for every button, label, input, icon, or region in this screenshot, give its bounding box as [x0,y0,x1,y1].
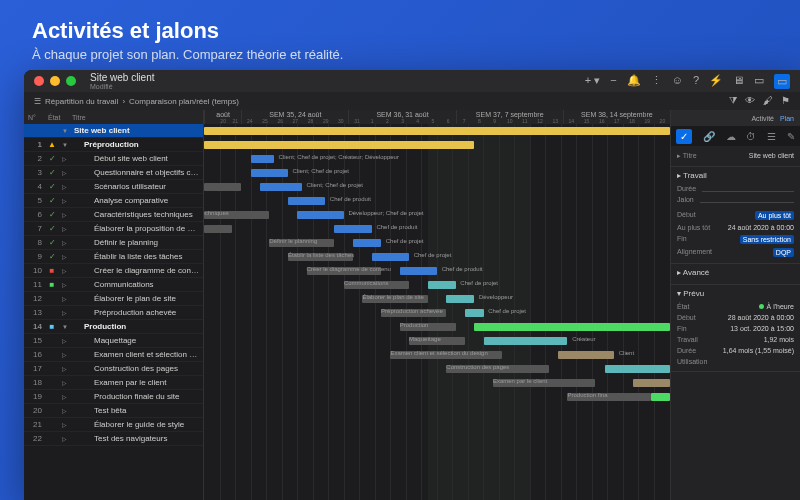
layout-icon[interactable]: ☰ [34,97,41,106]
edit-tab-icon[interactable]: ✎ [787,131,795,142]
col-num[interactable]: N° [28,114,42,121]
gantt-bar[interactable] [446,295,474,303]
crumb-2[interactable]: Comparaison plan/réel (temps) [129,97,239,106]
bar-label: Définir le planning [269,238,317,244]
notification-icon[interactable]: 🔔 [627,74,641,89]
pduree-value: 1,64 mois (1,55 moisé) [723,347,794,354]
tab-plan[interactable]: Plan [780,115,794,122]
task-row[interactable]: 10■▷Créer le diagramme de contenu [24,264,203,278]
task-row[interactable]: 12▷Élaborer le plan de site [24,292,203,306]
pfin-value: 13 oct. 2020 à 15:00 [730,325,794,332]
gantt-bar[interactable] [334,225,371,233]
crumb-1[interactable]: Répartition du travail [45,97,118,106]
add-icon[interactable]: + ▾ [585,74,600,89]
bar-label: Maquettage [409,336,441,342]
cloud-tab-icon[interactable]: ☁ [726,131,736,142]
gantt-bar[interactable] [353,239,381,247]
link-tab-icon[interactable]: 🔗 [703,131,715,142]
window-subtitle: Modifié [90,83,154,90]
close-icon[interactable] [34,76,44,86]
remove-icon[interactable]: − [610,74,616,89]
filter-icon[interactable]: ⧩ [729,95,737,107]
bar-label: Élaborer le plan de site [362,294,423,300]
minimize-icon[interactable] [50,76,60,86]
gantt-bar[interactable] [204,141,474,149]
task-row[interactable]: 18▷Examen par le client [24,376,203,390]
zoom-icon[interactable] [66,76,76,86]
tab-activity[interactable]: Activité [751,115,774,122]
gantt-bar[interactable] [651,393,670,401]
task-row[interactable]: 19▷Production finale du site [24,390,203,404]
smile-icon[interactable]: ☺ [672,74,683,89]
task-row[interactable]: ▼Site web client [24,124,203,138]
gantt-bar[interactable] [288,197,325,205]
gantt-bar[interactable] [251,155,274,163]
task-row[interactable]: 9✓▷Établir la liste des tâches [24,250,203,264]
task-row[interactable]: 5✓▷Analyse comparative [24,194,203,208]
debut-select[interactable]: Au plus tôt [755,211,794,220]
gantt-bar[interactable] [260,183,302,191]
gantt-bar[interactable] [204,225,232,233]
gantt-bar[interactable] [633,379,670,387]
gantt-chart[interactable]: août2021SEM 35, 24 août24252627282930SEM… [204,110,670,500]
flag-icon[interactable]: ⚑ [781,95,790,107]
task-row[interactable]: 21▷Élaborer le guide de style [24,418,203,432]
pduree-label: Durée [677,347,696,354]
bar-label: tions techniques [204,210,229,216]
gantt-bar[interactable] [605,365,670,373]
col-title[interactable]: Titre [72,114,86,121]
timer-tab-icon[interactable]: ⏱ [746,131,756,142]
gantt-row: DéveloppeurÉlaborer le plan de site [204,292,670,306]
auplus-value[interactable]: 24 août 2020 à 00:00 [728,224,794,231]
monitor-icon[interactable]: 🖥 [733,74,744,89]
task-row[interactable]: 20▷Test bêta [24,404,203,418]
task-row[interactable]: 16▷Examen client et sélection du design [24,348,203,362]
gantt-bar[interactable] [400,267,437,275]
align-select[interactable]: DQP [773,248,794,257]
fin-select[interactable]: Sans restriction [740,235,794,244]
eye-icon[interactable]: 👁 [745,95,755,107]
gantt-bar[interactable] [465,309,484,317]
task-row[interactable]: 17▷Construction des pages [24,362,203,376]
task-row[interactable]: 8✓▷Définir le planning [24,236,203,250]
gantt-bar[interactable] [372,253,409,261]
list-tab-icon[interactable]: ☰ [767,131,776,142]
week-header: SEM 37, 7 septembre78910111213 [456,110,563,124]
help-icon[interactable]: ? [693,74,699,89]
task-row[interactable]: 7✓▷Élaborer la proposition de projet [24,222,203,236]
duree-label: Durée [677,185,696,192]
travail-header[interactable]: Travail [683,171,707,180]
task-row[interactable]: 3✓▷Questionnaire et objectifs client [24,166,203,180]
gantt-bar[interactable] [558,351,614,359]
task-row[interactable]: 15▷Maquettage [24,334,203,348]
bar-label: Chef de projet [414,252,452,258]
brush-icon[interactable]: 🖌 [763,95,773,107]
task-row[interactable]: 13▷Préproduction achevée [24,306,203,320]
task-row[interactable]: 4✓▷Scénarios utilisateur [24,180,203,194]
panel-icon[interactable]: ▭ [754,74,764,89]
col-state[interactable]: État [48,114,66,121]
task-row[interactable]: 22▷Test des navigateurs [24,432,203,446]
gantt-bar[interactable] [484,337,568,345]
gantt-bar[interactable] [251,169,288,177]
align-label: Alignement [677,248,712,257]
avance-header[interactable]: Avancé [683,268,710,277]
gantt-bar[interactable] [204,127,670,135]
gantt-bar[interactable] [428,281,456,289]
bar-label: Construction des pages [446,364,509,370]
info-tab-icon[interactable]: ✓ [676,129,692,144]
pdebut-label: Début [677,314,696,321]
task-row[interactable]: 1▲▼Préproduction [24,138,203,152]
gantt-bar[interactable] [204,183,241,191]
task-row[interactable]: 14■▼Production [24,320,203,334]
task-row[interactable]: 6✓▷Caractéristiques techniques [24,208,203,222]
gantt-bar[interactable] [474,323,670,331]
gantt-row: Production [204,320,670,334]
prevu-header[interactable]: Prévu [683,289,704,298]
divider-icon: ⋮ [651,74,662,89]
task-row[interactable]: 2✓▷Début site web client [24,152,203,166]
bolt-icon[interactable]: ⚡ [709,74,723,89]
inspector-toggle-icon[interactable]: ▭ [774,74,790,89]
task-row[interactable]: 11■▷Communications [24,278,203,292]
gantt-bar[interactable] [297,211,344,219]
